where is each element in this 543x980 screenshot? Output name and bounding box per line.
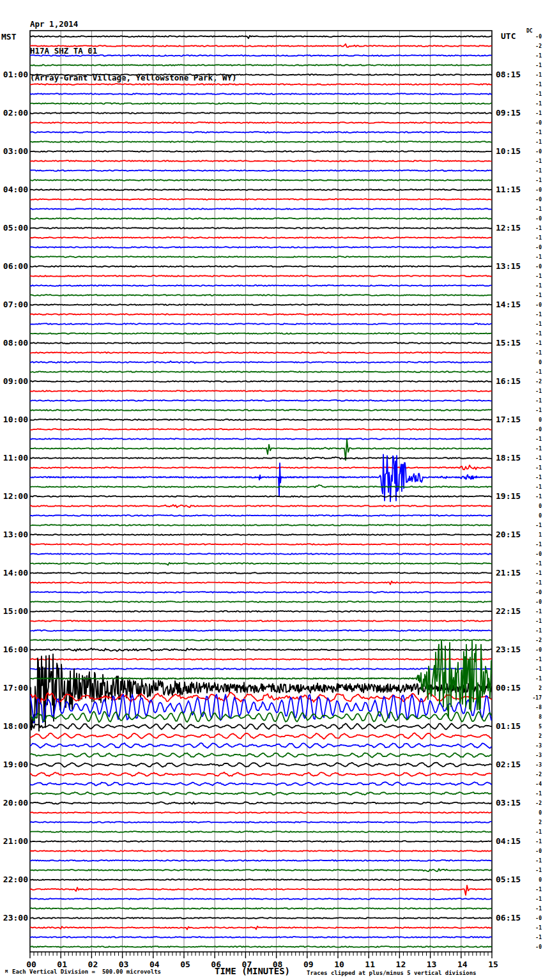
dc-offset-value: -1: [535, 791, 542, 797]
trace-row: [30, 534, 491, 535]
dc-offset-value: -1: [535, 398, 542, 404]
dc-offset-value: -2: [535, 43, 542, 49]
trace-row: [30, 885, 491, 895]
trace-row: [30, 103, 491, 104]
dc-offset-value: -1: [535, 82, 542, 88]
trace-row: [30, 592, 491, 593]
dc-offset-value: 0: [539, 503, 542, 509]
dc-offset-value: -0: [535, 590, 542, 595]
mst-time-label: 13:00: [3, 530, 28, 539]
mst-time-label: 11:00: [3, 453, 28, 463]
mst-time-label: 20:00: [3, 798, 28, 808]
dc-offset-value: -0: [535, 944, 542, 950]
x-tick-label: 12: [396, 960, 406, 969]
trace-row: [30, 55, 491, 56]
dc-offset-value: -1: [535, 350, 542, 356]
utc-time-label: 22:15: [496, 606, 521, 616]
trace-row: [30, 323, 491, 325]
dc-offset-value: -0: [535, 302, 542, 308]
trace-row: [30, 908, 491, 909]
dc-offset-value: -1: [535, 906, 542, 912]
dc-offset-value: -1: [535, 72, 542, 78]
dc-offset-value: -1: [535, 158, 542, 164]
trace-row: [30, 601, 491, 602]
dc-offset-value: -1: [535, 561, 542, 567]
trace-row: [30, 151, 491, 152]
dc-offset-value: -1: [535, 341, 542, 346]
dc-offset-value: -1: [535, 935, 542, 940]
dc-offset-value: -2: [535, 638, 542, 643]
x-tick-label: 01: [57, 960, 67, 969]
trace-row: [30, 218, 491, 219]
x-tick-label: 00: [26, 960, 36, 969]
dc-offset-value: -1: [535, 484, 542, 490]
trace-row: [30, 352, 491, 353]
trace-row: [30, 333, 491, 334]
dc-offset-value: -3: [535, 762, 542, 768]
dc-offset-value: -1: [535, 254, 542, 260]
dc-offset-value: -1: [535, 273, 542, 279]
trace-row: [30, 812, 491, 813]
trace-row: [30, 544, 491, 545]
utc-time-label: 06:15: [496, 913, 521, 923]
trace-row: [30, 581, 491, 585]
trace-row: [30, 410, 491, 411]
x-tick-label: 14: [457, 960, 468, 969]
dc-offset-value: -1: [535, 168, 542, 174]
x-tick-label: 10: [334, 960, 344, 969]
trace-row: [30, 247, 491, 248]
utc-time-label: 01:15: [496, 721, 521, 731]
dc-offset-value: -1: [535, 446, 542, 452]
dc-offset-value: -1: [535, 130, 542, 135]
dc-offset-value: -1: [535, 896, 542, 902]
mst-time-label: 07:00: [3, 300, 28, 309]
trace-row: [30, 285, 491, 286]
trace-row: [30, 208, 491, 210]
dc-offset-value: 8: [539, 714, 542, 720]
trace-row: [30, 648, 491, 652]
mst-time-label: 09:00: [3, 376, 28, 386]
trace-row: [30, 772, 491, 776]
dc-offset-value: -1: [535, 465, 542, 471]
dc-offset-value: -0: [535, 848, 542, 854]
trace-row: [30, 275, 491, 277]
trace-row: [30, 654, 492, 731]
dc-offset-value: -1: [535, 609, 542, 615]
dc-offset-value: -1: [535, 570, 542, 576]
dc-offset-value: -1: [535, 887, 542, 892]
dc-offset-value: 2: [539, 733, 542, 739]
traces-group: [30, 36, 492, 947]
dc-offset-value: -8: [535, 705, 542, 710]
trace-row: [30, 400, 491, 401]
trace-row: [30, 831, 491, 832]
dc-offset-value: -1: [535, 676, 542, 682]
dc-offset-value: 0: [539, 360, 542, 365]
utc-time-label: 19:15: [496, 491, 521, 501]
trace-row: [30, 304, 491, 305]
clip-note: Traces clipped at plus/minus 5 vertical …: [307, 970, 477, 976]
dc-offset-value: -1: [535, 226, 542, 231]
dc-offset-value: -1: [535, 235, 542, 241]
mst-time-label: 23:00: [3, 913, 28, 923]
trace-row: [30, 620, 491, 622]
trace-row: [30, 342, 491, 344]
dc-offset-value: 2: [539, 820, 542, 825]
mst-time-label: 04:00: [3, 185, 28, 194]
dc-offset-value: -1: [535, 53, 542, 59]
mst-time-label: 19:00: [3, 760, 28, 769]
trace-row: [30, 189, 491, 190]
trace-row: [30, 743, 491, 748]
utc-time-label: 23:15: [496, 645, 521, 654]
dc-offset-value: -1: [535, 101, 542, 107]
mst-time-label: 02:00: [3, 108, 28, 118]
dc-offset-value: -1: [535, 408, 542, 413]
trace-row: [30, 36, 491, 38]
mst-time-label: 06:00: [3, 261, 28, 271]
dc-offset-value: -1: [535, 494, 542, 500]
trace-row: [30, 371, 491, 372]
trace-row: [30, 782, 491, 785]
trace-row: [30, 668, 491, 670]
dc-offset-value: -0: [535, 551, 542, 557]
dc-offset-value: -1: [535, 63, 542, 68]
trace-row: [30, 44, 491, 47]
